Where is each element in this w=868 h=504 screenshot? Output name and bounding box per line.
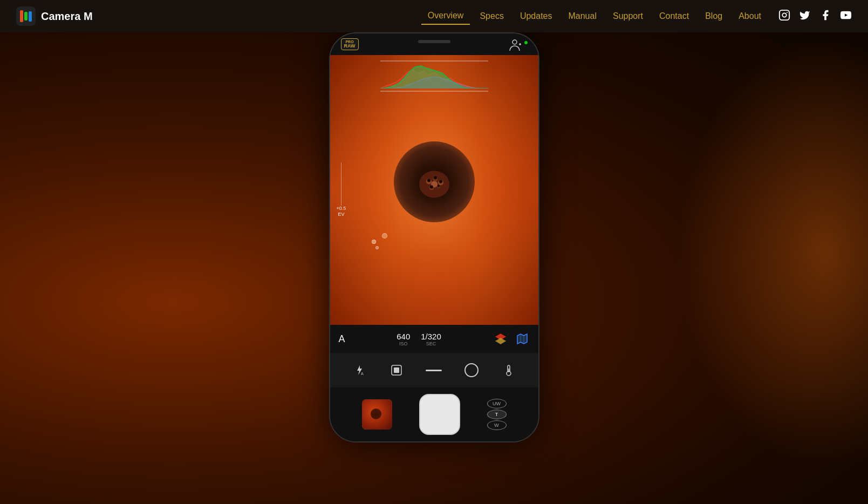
pistil-cluster bbox=[413, 166, 456, 203]
svg-point-16 bbox=[439, 180, 442, 183]
shutter-dash-button[interactable] bbox=[424, 360, 443, 380]
lens-selector: UW T W bbox=[487, 399, 507, 430]
camera-active-dot bbox=[524, 41, 528, 44]
youtube-icon[interactable] bbox=[840, 9, 852, 24]
ev-line bbox=[341, 162, 341, 206]
aperture-button[interactable] bbox=[462, 360, 481, 380]
camera-mode-label[interactable]: A bbox=[339, 333, 345, 345]
svg-rect-24 bbox=[394, 367, 399, 373]
nav-contact[interactable]: Contact bbox=[653, 8, 695, 24]
nav-about[interactable]: About bbox=[732, 8, 768, 24]
live-photo-icon[interactable] bbox=[507, 38, 522, 56]
svg-point-4 bbox=[512, 40, 517, 44]
ev-indicator: +0.5 EV bbox=[337, 162, 346, 217]
last-photo-thumbnail[interactable] bbox=[362, 399, 392, 430]
shutter-label: SEC bbox=[426, 341, 436, 346]
nav-overview[interactable]: Overview bbox=[421, 8, 470, 25]
nav-blog[interactable]: Blog bbox=[699, 8, 729, 24]
lens-t-label: T bbox=[495, 412, 498, 417]
svg-point-17 bbox=[430, 186, 433, 189]
nav-updates[interactable]: Updates bbox=[514, 8, 559, 24]
nav-specs[interactable]: Specs bbox=[473, 8, 510, 24]
flash-button[interactable]: A bbox=[350, 360, 369, 380]
iso-display[interactable]: 640 ISO bbox=[397, 332, 410, 346]
shutter-area: UW T W bbox=[330, 387, 538, 441]
aperture-circle-icon bbox=[464, 363, 479, 377]
phone-wrapper: PRO RAW bbox=[329, 32, 539, 442]
app-title: Camera M bbox=[41, 10, 93, 23]
lens-uw-button[interactable]: UW bbox=[487, 399, 507, 408]
shutter-value: 1/320 bbox=[421, 332, 441, 341]
nav-manual[interactable]: Manual bbox=[562, 8, 603, 24]
nav-support[interactable]: Support bbox=[606, 8, 650, 24]
shutter-button[interactable] bbox=[419, 394, 460, 435]
raw-text: RAW bbox=[344, 44, 356, 49]
logo-bar-green bbox=[24, 12, 28, 21]
water-drop-3 bbox=[382, 233, 387, 239]
iso-label: ISO bbox=[399, 341, 408, 346]
logo-bar-red bbox=[20, 10, 23, 22]
logo-area: Camera M bbox=[16, 6, 93, 26]
app-logo-icon bbox=[16, 6, 36, 26]
logo-bar-blue bbox=[29, 11, 32, 22]
svg-point-15 bbox=[434, 176, 437, 180]
histogram bbox=[380, 60, 488, 90]
svg-point-2 bbox=[787, 12, 788, 13]
camera-controls-bar: A 640 ISO 1/320 SEC bbox=[330, 325, 538, 353]
pro-raw-badge: PRO RAW bbox=[341, 38, 359, 50]
exposure-values: 640 ISO 1/320 SEC bbox=[397, 332, 441, 346]
twitter-icon[interactable] bbox=[799, 9, 811, 24]
thumbnail-center bbox=[371, 408, 381, 419]
histogram-graph bbox=[380, 62, 488, 88]
iso-value: 640 bbox=[397, 332, 410, 341]
phone-speaker bbox=[418, 40, 450, 43]
instagram-icon[interactable] bbox=[778, 9, 790, 24]
svg-rect-0 bbox=[780, 10, 789, 19]
layers-button[interactable] bbox=[493, 331, 508, 346]
shutter-bar-icon bbox=[426, 370, 442, 371]
lens-w-button[interactable]: W bbox=[487, 420, 507, 430]
map-button[interactable] bbox=[515, 331, 530, 346]
facebook-icon[interactable] bbox=[819, 9, 831, 24]
social-links bbox=[778, 9, 852, 24]
camera-viewfinder: +0.5 EV bbox=[330, 55, 538, 325]
bottom-toolbar: A bbox=[330, 353, 538, 387]
svg-point-14 bbox=[427, 179, 430, 182]
navigation: Camera M Overview Specs Updates Manual S… bbox=[0, 0, 868, 32]
histogram-bottom-border bbox=[380, 91, 488, 92]
camera-icon-buttons bbox=[493, 331, 530, 346]
ev-value: +0.5 EV bbox=[337, 206, 346, 217]
phone-top-bar: PRO RAW bbox=[330, 33, 538, 55]
water-drop-2 bbox=[375, 246, 379, 249]
stop-button[interactable] bbox=[387, 360, 406, 380]
shutter-display[interactable]: 1/320 SEC bbox=[421, 332, 441, 346]
svg-point-1 bbox=[782, 13, 786, 17]
svg-marker-20 bbox=[495, 338, 506, 344]
ev-unit: EV bbox=[338, 212, 344, 217]
lens-w-label: W bbox=[494, 423, 499, 428]
lens-uw-label: UW bbox=[493, 401, 501, 406]
ev-number: +0.5 bbox=[337, 206, 346, 211]
svg-point-18 bbox=[438, 185, 440, 187]
phone-frame: PRO RAW bbox=[329, 32, 539, 442]
lens-t-button[interactable]: T bbox=[487, 410, 507, 419]
nav-links: Overview Specs Updates Manual Support Co… bbox=[421, 8, 768, 25]
temperature-button[interactable] bbox=[499, 360, 518, 380]
svg-text:A: A bbox=[361, 372, 364, 376]
